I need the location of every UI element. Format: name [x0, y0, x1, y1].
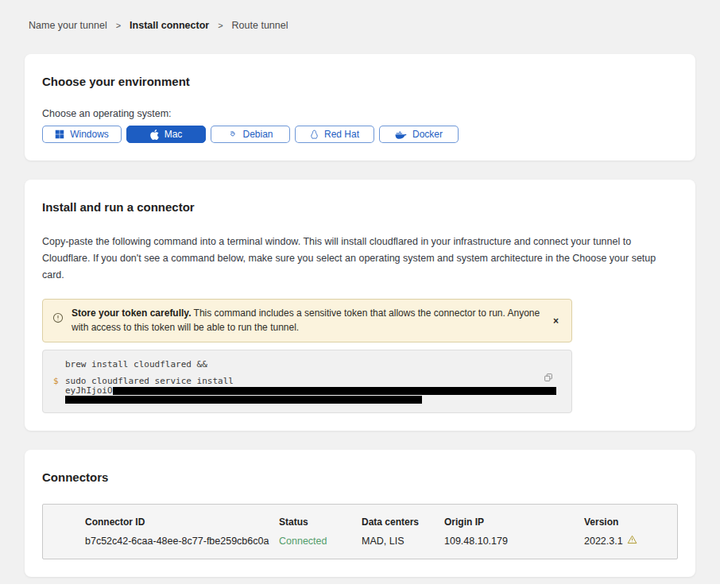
- token-warning-banner: Store your token carefully. This command…: [42, 299, 572, 342]
- table-row: b7c52c42-6caa-48ee-8c77-fbe259cb6c0a Con…: [85, 535, 677, 547]
- os-button-label: Debian: [242, 129, 273, 140]
- connector-id-value: b7c52c42-6caa-48ee-8c77-fbe259cb6c0a: [85, 536, 279, 547]
- debian-icon: [227, 130, 237, 139]
- info-circle-icon: [52, 312, 64, 328]
- os-button-label: Red Hat: [324, 129, 359, 140]
- warning-banner-bold: Store your token carefully.: [72, 308, 192, 319]
- header-origin-ip: Origin IP: [444, 516, 584, 528]
- os-button-mac[interactable]: Mac: [126, 126, 206, 143]
- header-connector-id: Connector ID: [85, 516, 279, 528]
- breadcrumb: Name your tunnel > Install connector > R…: [25, 0, 695, 31]
- data-centers-value: MAD, LIS: [362, 536, 444, 547]
- connectors-title: Connectors: [42, 471, 678, 483]
- os-button-windows[interactable]: Windows: [42, 126, 122, 143]
- redacted-token-bar: [65, 396, 422, 404]
- copy-icon[interactable]: [543, 372, 554, 383]
- choose-environment-title: Choose your environment: [42, 75, 678, 87]
- tunnel-setup-page: Name your tunnel > Install connector > R…: [0, 0, 720, 588]
- page-bottom-strip: [0, 584, 720, 588]
- breadcrumb-step-name-your-tunnel[interactable]: Name your tunnel: [29, 20, 107, 31]
- operating-system-label: Choose an operating system:: [42, 108, 678, 119]
- origin-ip-value: 109.48.10.179: [444, 536, 584, 547]
- breadcrumb-step-install-connector[interactable]: Install connector: [130, 20, 209, 31]
- docker-whale-icon: [395, 130, 407, 139]
- os-button-label: Mac: [165, 129, 183, 140]
- windows-icon: [55, 130, 64, 139]
- header-status: Status: [279, 516, 362, 528]
- version-value: 2022.3.1: [584, 536, 623, 547]
- code-line-sudo: sudo cloudflared service install: [65, 377, 560, 385]
- breadcrumb-separator-icon: >: [116, 21, 121, 30]
- redhat-tux-icon: [310, 130, 319, 140]
- connectors-card: Connectors Connector ID Status Data cent…: [25, 450, 695, 577]
- os-button-docker[interactable]: Docker: [379, 126, 459, 143]
- breadcrumb-step-route-tunnel[interactable]: Route tunnel: [232, 20, 288, 31]
- token-prefix: eyJhIjoiO: [65, 386, 113, 395]
- install-instructions-text: Copy-paste the following command into a …: [42, 234, 674, 284]
- os-button-label: Docker: [412, 129, 443, 140]
- warning-banner-text: Store your token carefully. This command…: [72, 304, 542, 337]
- code-line-brew: brew install cloudflared &&: [65, 360, 560, 369]
- os-button-debian[interactable]: Debian: [211, 126, 290, 143]
- warning-triangle-icon: [627, 535, 637, 547]
- close-icon[interactable]: ×: [550, 315, 562, 327]
- header-data-centers: Data centers: [362, 516, 444, 528]
- code-line-token: eyJhIjoiO: [65, 386, 560, 395]
- connectors-table: Connector ID Status Data centers Origin …: [42, 504, 678, 559]
- breadcrumb-separator-icon: >: [218, 21, 223, 30]
- apple-icon: [150, 130, 159, 140]
- version-cell: 2022.3.1: [584, 535, 677, 547]
- connectors-table-header: Connector ID Status Data centers Origin …: [85, 516, 677, 528]
- install-command-code-block: $ brew install cloudflared && sudo cloud…: [42, 350, 572, 413]
- os-button-redhat[interactable]: Red Hat: [295, 126, 374, 143]
- install-connector-title: Install and run a connector: [42, 201, 678, 213]
- redacted-token-bar: [113, 387, 556, 395]
- status-badge: Connected: [279, 536, 362, 547]
- header-version: Version: [584, 516, 677, 528]
- os-button-group: Windows Mac Debian: [42, 126, 678, 143]
- choose-environment-card: Choose your environment Choose an operat…: [25, 54, 695, 161]
- install-connector-card: Install and run a connector Copy-paste t…: [25, 180, 695, 431]
- os-button-label: Windows: [70, 129, 109, 140]
- shell-prompt: $: [53, 377, 59, 385]
